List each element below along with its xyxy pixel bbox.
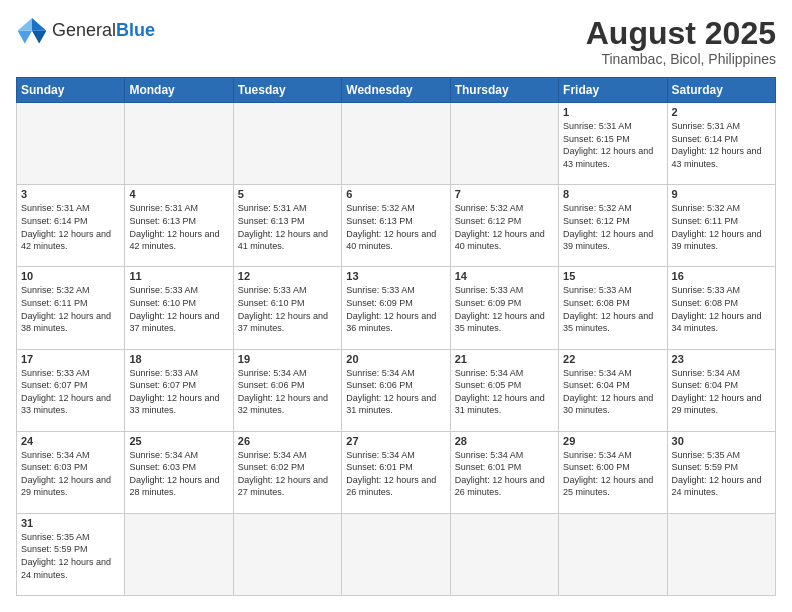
day-number: 17 <box>21 353 120 365</box>
day-info: Sunrise: 5:32 AMSunset: 6:12 PMDaylight:… <box>563 202 662 252</box>
day-number: 28 <box>455 435 554 447</box>
day-number: 6 <box>346 188 445 200</box>
day-info: Sunrise: 5:34 AMSunset: 6:03 PMDaylight:… <box>21 449 120 499</box>
day-info: Sunrise: 5:33 AMSunset: 6:07 PMDaylight:… <box>21 367 120 417</box>
day-number: 7 <box>455 188 554 200</box>
day-number: 21 <box>455 353 554 365</box>
day-number: 5 <box>238 188 337 200</box>
day-number: 31 <box>21 517 120 529</box>
calendar-cell: 16Sunrise: 5:33 AMSunset: 6:08 PMDayligh… <box>667 267 775 349</box>
calendar-cell: 14Sunrise: 5:33 AMSunset: 6:09 PMDayligh… <box>450 267 558 349</box>
day-number: 3 <box>21 188 120 200</box>
day-info: Sunrise: 5:31 AMSunset: 6:15 PMDaylight:… <box>563 120 662 170</box>
day-info: Sunrise: 5:34 AMSunset: 6:05 PMDaylight:… <box>455 367 554 417</box>
calendar-cell: 9Sunrise: 5:32 AMSunset: 6:11 PMDaylight… <box>667 185 775 267</box>
day-info: Sunrise: 5:32 AMSunset: 6:11 PMDaylight:… <box>672 202 771 252</box>
calendar-cell: 18Sunrise: 5:33 AMSunset: 6:07 PMDayligh… <box>125 349 233 431</box>
calendar-cell <box>342 103 450 185</box>
day-number: 18 <box>129 353 228 365</box>
calendar-cell: 2Sunrise: 5:31 AMSunset: 6:14 PMDaylight… <box>667 103 775 185</box>
day-number: 16 <box>672 270 771 282</box>
day-info: Sunrise: 5:34 AMSunset: 6:02 PMDaylight:… <box>238 449 337 499</box>
calendar-cell: 20Sunrise: 5:34 AMSunset: 6:06 PMDayligh… <box>342 349 450 431</box>
day-info: Sunrise: 5:34 AMSunset: 6:01 PMDaylight:… <box>455 449 554 499</box>
day-number: 29 <box>563 435 662 447</box>
calendar-cell: 15Sunrise: 5:33 AMSunset: 6:08 PMDayligh… <box>559 267 667 349</box>
day-info: Sunrise: 5:33 AMSunset: 6:09 PMDaylight:… <box>455 284 554 334</box>
month-title: August 2025 <box>586 16 776 51</box>
calendar-cell: 31Sunrise: 5:35 AMSunset: 5:59 PMDayligh… <box>17 513 125 595</box>
calendar-week-2: 3Sunrise: 5:31 AMSunset: 6:14 PMDaylight… <box>17 185 776 267</box>
calendar-week-1: 1Sunrise: 5:31 AMSunset: 6:15 PMDaylight… <box>17 103 776 185</box>
day-info: Sunrise: 5:31 AMSunset: 6:14 PMDaylight:… <box>672 120 771 170</box>
day-info: Sunrise: 5:35 AMSunset: 5:59 PMDaylight:… <box>672 449 771 499</box>
calendar-cell <box>125 513 233 595</box>
day-number: 27 <box>346 435 445 447</box>
header: GeneralBlue August 2025 Tinambac, Bicol,… <box>16 16 776 67</box>
calendar-cell: 21Sunrise: 5:34 AMSunset: 6:05 PMDayligh… <box>450 349 558 431</box>
day-header-sunday: Sunday <box>17 78 125 103</box>
calendar-cell: 19Sunrise: 5:34 AMSunset: 6:06 PMDayligh… <box>233 349 341 431</box>
calendar-cell: 26Sunrise: 5:34 AMSunset: 6:02 PMDayligh… <box>233 431 341 513</box>
calendar-cell: 17Sunrise: 5:33 AMSunset: 6:07 PMDayligh… <box>17 349 125 431</box>
calendar-cell <box>450 103 558 185</box>
day-header-friday: Friday <box>559 78 667 103</box>
calendar-cell <box>125 103 233 185</box>
day-info: Sunrise: 5:34 AMSunset: 6:04 PMDaylight:… <box>563 367 662 417</box>
day-number: 15 <box>563 270 662 282</box>
day-number: 10 <box>21 270 120 282</box>
calendar-cell <box>667 513 775 595</box>
day-header-wednesday: Wednesday <box>342 78 450 103</box>
day-number: 22 <box>563 353 662 365</box>
calendar-cell: 28Sunrise: 5:34 AMSunset: 6:01 PMDayligh… <box>450 431 558 513</box>
day-number: 30 <box>672 435 771 447</box>
calendar-cell <box>450 513 558 595</box>
day-number: 1 <box>563 106 662 118</box>
calendar-cell: 25Sunrise: 5:34 AMSunset: 6:03 PMDayligh… <box>125 431 233 513</box>
day-number: 26 <box>238 435 337 447</box>
calendar-header-row: SundayMondayTuesdayWednesdayThursdayFrid… <box>17 78 776 103</box>
day-info: Sunrise: 5:33 AMSunset: 6:09 PMDaylight:… <box>346 284 445 334</box>
calendar-cell: 11Sunrise: 5:33 AMSunset: 6:10 PMDayligh… <box>125 267 233 349</box>
calendar-cell: 1Sunrise: 5:31 AMSunset: 6:15 PMDaylight… <box>559 103 667 185</box>
calendar-week-3: 10Sunrise: 5:32 AMSunset: 6:11 PMDayligh… <box>17 267 776 349</box>
day-info: Sunrise: 5:34 AMSunset: 6:03 PMDaylight:… <box>129 449 228 499</box>
calendar-cell: 22Sunrise: 5:34 AMSunset: 6:04 PMDayligh… <box>559 349 667 431</box>
day-info: Sunrise: 5:31 AMSunset: 6:14 PMDaylight:… <box>21 202 120 252</box>
calendar-cell <box>233 513 341 595</box>
calendar-cell <box>233 103 341 185</box>
calendar-cell: 6Sunrise: 5:32 AMSunset: 6:13 PMDaylight… <box>342 185 450 267</box>
calendar-table: SundayMondayTuesdayWednesdayThursdayFrid… <box>16 77 776 596</box>
calendar-week-4: 17Sunrise: 5:33 AMSunset: 6:07 PMDayligh… <box>17 349 776 431</box>
calendar-cell: 4Sunrise: 5:31 AMSunset: 6:13 PMDaylight… <box>125 185 233 267</box>
day-header-saturday: Saturday <box>667 78 775 103</box>
day-number: 20 <box>346 353 445 365</box>
logo: GeneralBlue <box>16 16 155 44</box>
day-info: Sunrise: 5:33 AMSunset: 6:08 PMDaylight:… <box>672 284 771 334</box>
day-number: 23 <box>672 353 771 365</box>
day-info: Sunrise: 5:34 AMSunset: 6:01 PMDaylight:… <box>346 449 445 499</box>
calendar-week-6: 31Sunrise: 5:35 AMSunset: 5:59 PMDayligh… <box>17 513 776 595</box>
day-info: Sunrise: 5:34 AMSunset: 6:06 PMDaylight:… <box>238 367 337 417</box>
day-info: Sunrise: 5:33 AMSunset: 6:08 PMDaylight:… <box>563 284 662 334</box>
day-number: 11 <box>129 270 228 282</box>
calendar-cell: 8Sunrise: 5:32 AMSunset: 6:12 PMDaylight… <box>559 185 667 267</box>
calendar-cell: 12Sunrise: 5:33 AMSunset: 6:10 PMDayligh… <box>233 267 341 349</box>
calendar-cell: 30Sunrise: 5:35 AMSunset: 5:59 PMDayligh… <box>667 431 775 513</box>
day-number: 19 <box>238 353 337 365</box>
logo-text: GeneralBlue <box>52 20 155 41</box>
day-info: Sunrise: 5:34 AMSunset: 6:00 PMDaylight:… <box>563 449 662 499</box>
calendar-cell: 10Sunrise: 5:32 AMSunset: 6:11 PMDayligh… <box>17 267 125 349</box>
day-number: 14 <box>455 270 554 282</box>
calendar-cell: 3Sunrise: 5:31 AMSunset: 6:14 PMDaylight… <box>17 185 125 267</box>
calendar-cell <box>17 103 125 185</box>
day-number: 9 <box>672 188 771 200</box>
day-number: 24 <box>21 435 120 447</box>
day-info: Sunrise: 5:32 AMSunset: 6:11 PMDaylight:… <box>21 284 120 334</box>
day-info: Sunrise: 5:33 AMSunset: 6:10 PMDaylight:… <box>238 284 337 334</box>
day-number: 12 <box>238 270 337 282</box>
day-number: 13 <box>346 270 445 282</box>
day-number: 2 <box>672 106 771 118</box>
day-info: Sunrise: 5:31 AMSunset: 6:13 PMDaylight:… <box>129 202 228 252</box>
day-info: Sunrise: 5:33 AMSunset: 6:10 PMDaylight:… <box>129 284 228 334</box>
